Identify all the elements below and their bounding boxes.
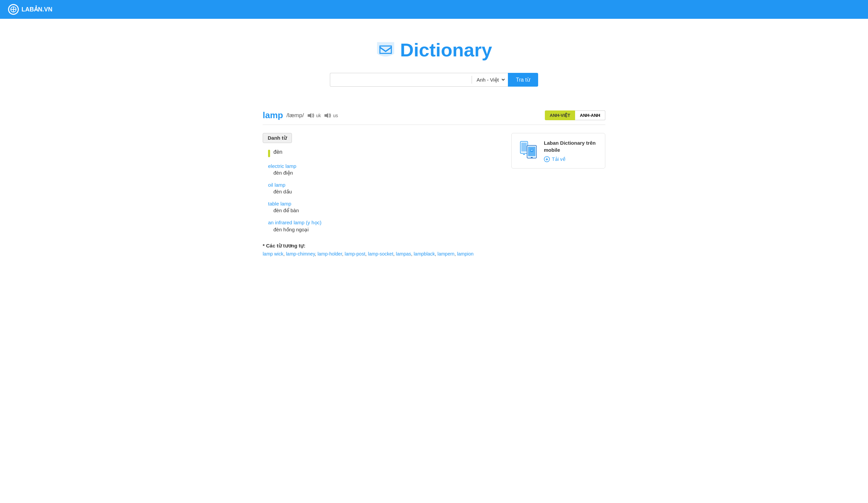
def-indicator: đèn <box>268 149 501 157</box>
sidebar-card-title: Laban Dictionary trên mobile <box>544 139 599 154</box>
dict-btn-anh-anh[interactable]: ANH-ANH <box>575 111 605 120</box>
link-table-lamp[interactable]: table lamp <box>268 201 501 207</box>
svg-marker-3 <box>308 113 311 118</box>
word-info: lamp /læmp/ uk us <box>263 110 338 120</box>
def-entry-table-lamp: table lamp đèn để bàn <box>263 201 501 213</box>
hero-title: Dictionary <box>7 39 861 61</box>
audio-us-label: us <box>333 113 338 118</box>
word-entry: lamp /læmp/ uk us ANH-VIỆT <box>249 110 619 256</box>
svg-rect-6 <box>521 143 527 151</box>
similar-section: * Các từ tương tự: lamp wick, lamp-chimn… <box>263 243 501 256</box>
speaker-uk-icon <box>307 113 315 118</box>
word-header: lamp /læmp/ uk us ANH-VIỆT <box>263 110 605 125</box>
word-phonetic: /læmp/ <box>287 112 304 119</box>
mobile-app-icon <box>518 140 539 161</box>
dictionary-logo-icon <box>376 41 395 59</box>
audio-us-button[interactable]: us <box>324 113 338 118</box>
similar-links: lamp wick, lamp-chimney, lamp-holder, la… <box>263 251 501 256</box>
audio-uk-label: uk <box>316 113 321 118</box>
def-entry-oil-lamp: oil lamp đèn dầu <box>263 182 501 195</box>
download-label: Tải về <box>552 156 566 162</box>
link-oil-lamp[interactable]: oil lamp <box>268 182 501 188</box>
mobile-app-card: Laban Dictionary trên mobile Tải về <box>511 133 605 169</box>
logo-circle-icon <box>8 4 19 15</box>
trans-table-lamp: đèn để bàn <box>268 208 501 213</box>
search-input[interactable] <box>330 74 472 86</box>
audio-uk-button[interactable]: uk <box>307 113 321 118</box>
language-select[interactable]: Anh - Việt Việt - Anh Anh - Anh <box>474 73 506 86</box>
similar-link-lampas[interactable]: lampas <box>396 251 411 256</box>
link-electric-lamp[interactable]: electric lamp <box>268 163 501 169</box>
sidebar-card-text: Laban Dictionary trên mobile Tải về <box>544 139 599 162</box>
trans-infrared-lamp: đèn hồng ngoại <box>268 227 501 233</box>
word-title: lamp <box>263 110 283 120</box>
def-entry-electric-lamp: electric lamp đèn điện <box>263 163 501 176</box>
similar-link-lamp-holder[interactable]: lamp-holder <box>318 251 342 256</box>
svg-marker-4 <box>324 113 328 118</box>
part-of-speech: Danh từ <box>263 133 292 143</box>
similar-link-lampern[interactable]: lampern <box>437 251 454 256</box>
download-icon <box>544 156 550 162</box>
similar-link-lampion[interactable]: lampion <box>457 251 474 256</box>
search-input-wrap <box>330 73 472 87</box>
similar-link-lamp-post[interactable]: lamp-post <box>345 251 365 256</box>
language-select-wrap: Anh - Việt Việt - Anh Anh - Anh <box>472 73 508 87</box>
main-content: Danh từ đèn electric lamp đèn điện oil l… <box>263 133 605 256</box>
yellow-bar-icon <box>268 150 270 157</box>
similar-title: * Các từ tương tự: <box>263 243 501 249</box>
header: LABẢN.VN <box>0 0 868 19</box>
sidebar-column: Laban Dictionary trên mobile Tải về <box>511 133 605 169</box>
svg-rect-10 <box>531 157 533 158</box>
link-infrared-lamp[interactable]: an infrared lamp (y học) <box>268 220 501 226</box>
logo-text: LABẢN.VN <box>21 6 52 13</box>
def-entry-infrared-lamp: an infrared lamp (y học) đèn hồng ngoại <box>263 220 501 233</box>
def-entry-den: đèn <box>263 149 501 157</box>
similar-link-lampblack[interactable]: lampblack <box>414 251 435 256</box>
definitions-column: Danh từ đèn electric lamp đèn điện oil l… <box>263 133 501 256</box>
header-logo[interactable]: LABẢN.VN <box>8 4 52 15</box>
page-title: Dictionary <box>400 39 492 61</box>
download-link[interactable]: Tải về <box>544 156 599 162</box>
speaker-us-icon <box>324 113 332 118</box>
similar-link-lamp-wick[interactable]: lamp wick <box>263 251 283 256</box>
trans-oil-lamp: đèn dầu <box>268 189 501 195</box>
svg-rect-7 <box>523 154 525 155</box>
search-button[interactable]: Tra từ <box>508 73 538 87</box>
trans-electric-lamp: đèn điện <box>268 170 501 176</box>
def-word-den: đèn <box>273 149 282 155</box>
search-bar: Anh - Việt Việt - Anh Anh - Anh Tra từ <box>330 73 538 87</box>
similar-link-lamp-socket[interactable]: lamp-socket <box>368 251 393 256</box>
dict-btn-anh-viet[interactable]: ANH-VIỆT <box>545 111 576 120</box>
dict-type-buttons: ANH-VIỆT ANH-ANH <box>545 111 605 120</box>
similar-link-lamp-chimney[interactable]: lamp-chimney <box>286 251 315 256</box>
hero-section: Dictionary Anh - Việt Việt - Anh Anh - A… <box>0 19 868 100</box>
